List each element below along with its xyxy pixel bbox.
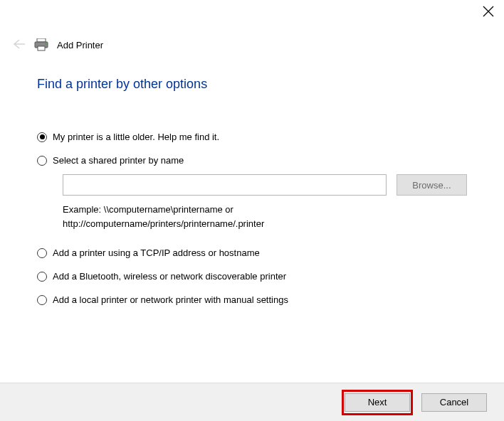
browse-button: Browse... (397, 174, 467, 196)
titlebar (0, 0, 504, 28)
option-label: Add a Bluetooth, wireless or network dis… (53, 271, 286, 282)
svg-point-5 (45, 43, 46, 45)
option-bluetooth[interactable]: Add a Bluetooth, wireless or network dis… (37, 271, 467, 282)
svg-rect-4 (38, 46, 45, 50)
option-tcpip[interactable]: Add a printer using a TCP/IP address or … (37, 247, 467, 258)
back-arrow-icon (13, 39, 26, 51)
shared-printer-example: Example: \\computername\printername or h… (63, 203, 467, 230)
option-shared-printer[interactable]: Select a shared printer by name (37, 155, 467, 166)
radio-icon (37, 295, 47, 305)
footer-bar: Next Cancel (0, 383, 504, 421)
example-line: Example: \\computername\printername or (63, 203, 467, 217)
option-local[interactable]: Add a local printer or network printer w… (37, 294, 467, 305)
next-button-highlight: Next (342, 390, 413, 415)
content-area: Find a printer by other options My print… (0, 51, 504, 305)
option-label: My printer is a little older. Help me fi… (53, 132, 219, 142)
option-older-printer[interactable]: My printer is a little older. Help me fi… (37, 132, 467, 142)
option-label: Add a local printer or network printer w… (53, 294, 288, 305)
next-button[interactable]: Next (345, 393, 410, 412)
wizard-header: Add Printer (0, 28, 504, 51)
cancel-button[interactable]: Cancel (421, 393, 487, 412)
radio-icon (37, 156, 47, 166)
wizard-title: Add Printer (57, 40, 103, 50)
radio-icon (37, 272, 47, 282)
svg-rect-2 (37, 38, 46, 42)
option-label: Select a shared printer by name (53, 155, 184, 166)
radio-icon (37, 248, 47, 258)
page-heading: Find a printer by other options (37, 77, 467, 92)
option-label: Add a printer using a TCP/IP address or … (53, 247, 260, 258)
close-icon[interactable] (483, 6, 494, 17)
shared-printer-controls: Browse... (63, 174, 467, 196)
radio-icon (37, 132, 47, 142)
printer-icon (34, 38, 48, 51)
shared-printer-name-input[interactable] (63, 174, 387, 196)
example-line: http://computername/printers/printername… (63, 217, 467, 231)
